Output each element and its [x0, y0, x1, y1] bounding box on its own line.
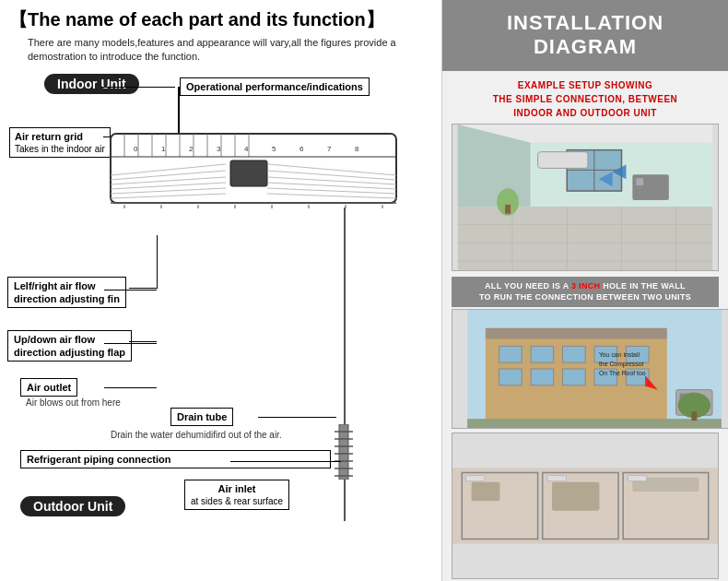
svg-text:7: 7 [327, 145, 332, 153]
up-down-flap-label: Up/down air flow direction adjusting fla… [7, 330, 132, 362]
svg-text:You can install: You can install [599, 351, 640, 358]
svg-rect-103 [547, 476, 567, 481]
svg-rect-64 [505, 205, 511, 214]
drain-tube-label: Drain tube [170, 408, 233, 426]
svg-rect-21 [230, 160, 267, 186]
operational-label: Operational performance/indications [180, 77, 370, 96]
air-return-sub: Takes in the indoor air [15, 143, 105, 155]
main-title: 【The name of each part and its function】 [0, 0, 441, 36]
svg-text:0: 0 [134, 145, 138, 153]
svg-rect-74 [499, 346, 523, 362]
air-outlet-sub: Air blows out from here [26, 397, 121, 409]
svg-text:2: 2 [189, 145, 194, 153]
room-image [452, 124, 719, 271]
air-outlet-label: Air outlet [20, 378, 77, 397]
svg-text:5: 5 [272, 145, 276, 153]
floor-image [452, 433, 719, 579]
right-panel: INSTALLATION DIAGRAM EXAMPLE SETUP SHOWI… [442, 0, 728, 581]
svg-text:4: 4 [244, 145, 249, 153]
svg-rect-102 [465, 476, 485, 481]
svg-rect-80 [531, 369, 554, 385]
installation-diagram-header: INSTALLATION DIAGRAM [442, 0, 728, 71]
left-right-fin-label: Lelf/right air flow direction adjusting … [7, 277, 126, 309]
left-panel: 【The name of each part and its function】… [0, 0, 442, 581]
refrigerant-label: Refrigerant piping connection [20, 450, 331, 468]
svg-text:6: 6 [299, 145, 304, 153]
air-inlet-sub: at sides & rear surface [191, 495, 283, 507]
three-inch-highlight: 3 INCH [571, 281, 600, 290]
svg-marker-52 [458, 207, 713, 270]
example-text: EXAMPLE SETUP SHOWING THE SIMPLE CONNECT… [442, 71, 728, 124]
svg-rect-43 [339, 424, 348, 480]
diagram-area: Indoor Unit Operational performance/indi… [0, 74, 441, 526]
air-inlet-label: Air inlet at sides & rear surface [184, 480, 289, 510]
indoor-unit-drawing: 0 1 2 3 4 5 6 7 8 [106, 129, 401, 221]
svg-text:3: 3 [217, 145, 221, 153]
subtitle: There are many models,features and appea… [0, 36, 441, 72]
svg-rect-81 [563, 369, 586, 385]
svg-text:1: 1 [161, 145, 166, 153]
air-return-label: Air return grid Takes in the indoor air [9, 127, 111, 158]
svg-text:On The Roof too: On The Roof too [599, 370, 646, 376]
building-image: You can install the Compressor On The Ro… [452, 309, 728, 429]
svg-rect-76 [563, 346, 586, 362]
svg-text:8: 8 [355, 145, 359, 153]
svg-rect-59 [636, 178, 643, 185]
svg-rect-100 [552, 482, 599, 511]
svg-rect-104 [628, 476, 647, 481]
svg-rect-79 [499, 369, 523, 385]
svg-rect-60 [538, 151, 588, 168]
svg-text:the Compressor: the Compressor [599, 361, 645, 368]
outdoor-unit-badge: Outdoor Unit [20, 496, 125, 516]
svg-rect-94 [691, 411, 697, 421]
wall-hole-text: ALL YOU NEED IS A 3 INCH HOLE IN THE WAL… [452, 277, 719, 307]
svg-rect-84 [486, 328, 667, 339]
indoor-unit-badge: Indoor Unit [44, 74, 139, 94]
svg-rect-92 [467, 419, 722, 428]
svg-rect-75 [531, 346, 554, 362]
svg-rect-99 [472, 482, 500, 502]
drain-tube-sub: Drain the water dehumidifird out of the … [111, 429, 282, 441]
